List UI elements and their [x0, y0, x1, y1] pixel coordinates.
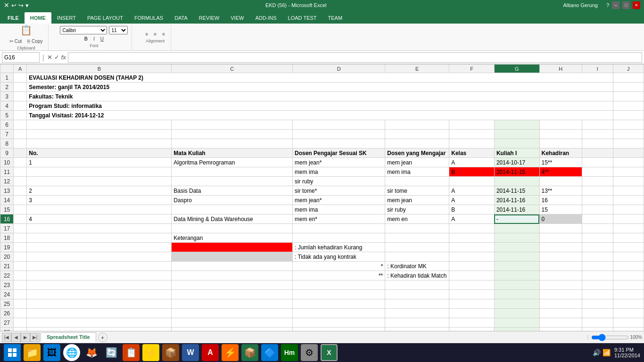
cell-a12[interactable]: [14, 177, 27, 186]
cell-f21[interactable]: [449, 262, 495, 271]
cell-c25[interactable]: [172, 299, 293, 309]
cell-j21[interactable]: [613, 262, 644, 271]
cell-e18[interactable]: [385, 233, 449, 243]
row-num-13[interactable]: 13: [0, 186, 14, 196]
cell-e27[interactable]: [385, 318, 449, 328]
row-num-25[interactable]: 25: [0, 299, 14, 309]
cell-e10[interactable]: mem jean: [385, 158, 449, 167]
cell-d19[interactable]: : Jumlah kehadiran Kurang: [293, 243, 385, 252]
col-header-h[interactable]: H: [539, 65, 582, 73]
cell-h22[interactable]: [539, 271, 582, 280]
cell-a17[interactable]: [14, 224, 27, 233]
cell-d9[interactable]: Dosen Pengajar Sesuai SK: [293, 148, 385, 158]
cell-j18[interactable]: [613, 233, 644, 243]
cell-j6[interactable]: [613, 120, 644, 130]
cell-h18[interactable]: [539, 233, 582, 243]
cell-i6[interactable]: [582, 120, 613, 130]
cell-d7[interactable]: [293, 130, 385, 139]
cell-i18[interactable]: [582, 233, 613, 243]
cell-e24[interactable]: [385, 290, 449, 299]
cell-c12[interactable]: [172, 177, 293, 186]
close-btn[interactable]: ✕: [633, 1, 640, 9]
tab-team[interactable]: TEAM: [322, 12, 348, 24]
cell-d18[interactable]: [293, 233, 385, 243]
taskbar-app-hm[interactable]: Hm: [281, 344, 298, 361]
cell-f8[interactable]: [449, 139, 495, 148]
cell-b27[interactable]: [27, 318, 172, 328]
cell-g25[interactable]: [494, 299, 539, 309]
confirm-formula-icon[interactable]: ✓: [54, 54, 59, 61]
cell-g20[interactable]: [494, 252, 539, 262]
align-right-btn[interactable]: ≡: [160, 31, 167, 38]
col-header-j[interactable]: J: [613, 65, 644, 73]
cell-h21[interactable]: [539, 262, 582, 271]
row-num-8[interactable]: 8: [0, 139, 14, 148]
cell-e23[interactable]: [385, 280, 449, 290]
row-num-11[interactable]: 11: [0, 167, 14, 177]
formula-input[interactable]: 0: [68, 52, 642, 63]
font-size-select[interactable]: 11: [109, 26, 128, 34]
taskbar-app-app4[interactable]: ⚙: [301, 344, 318, 361]
quick-access-btn[interactable]: ▾: [25, 2, 29, 9]
cell-i19[interactable]: [582, 243, 613, 252]
cell-a23[interactable]: [14, 280, 27, 290]
cell-c23[interactable]: [172, 280, 293, 290]
redo-btn[interactable]: ↪: [18, 2, 24, 9]
cell-j3[interactable]: [613, 92, 644, 101]
cell-i16[interactable]: [582, 214, 613, 224]
cell-e12[interactable]: [385, 177, 449, 186]
cell-i23[interactable]: [582, 280, 613, 290]
cell-e21[interactable]: : Kordinator MK: [385, 262, 449, 271]
cell-e28[interactable]: [385, 328, 449, 331]
cell-b9[interactable]: No.: [27, 148, 172, 158]
cell-d11[interactable]: mem ima: [293, 167, 385, 177]
cell-e25[interactable]: [385, 299, 449, 309]
cell-d12[interactable]: sir ruby: [293, 177, 385, 186]
help-btn[interactable]: ?: [606, 2, 609, 8]
sheet-nav-first[interactable]: |◀: [2, 333, 11, 342]
cell-i11[interactable]: [582, 167, 613, 177]
cell-e13[interactable]: sir tome: [385, 186, 449, 196]
cell-i21[interactable]: [582, 262, 613, 271]
col-header-a[interactable]: A: [14, 65, 27, 73]
cell-a2[interactable]: [14, 82, 27, 92]
cell-d22[interactable]: **: [293, 271, 385, 280]
cell-a8[interactable]: [14, 139, 27, 148]
cell-f14[interactable]: A: [449, 196, 495, 205]
cell-b5[interactable]: Tanggal Visitasi: 2014-12-12: [27, 111, 613, 120]
cell-g19[interactable]: [494, 243, 539, 252]
row-num-6[interactable]: 6: [0, 120, 14, 130]
taskbar-app-sync[interactable]: 🔄: [103, 344, 120, 361]
row-num-27[interactable]: 27: [0, 318, 14, 328]
cell-j17[interactable]: [613, 224, 644, 233]
cell-g8[interactable]: [494, 139, 539, 148]
cell-f15[interactable]: B: [449, 205, 495, 214]
cell-b11[interactable]: [27, 167, 172, 177]
cell-a6[interactable]: [14, 120, 27, 130]
cell-h15[interactable]: 15: [539, 205, 582, 214]
cell-g26[interactable]: [494, 309, 539, 318]
row-num-14[interactable]: 14: [0, 196, 14, 205]
cell-b23[interactable]: [27, 280, 172, 290]
cell-b2[interactable]: Semester: ganjil TA 2014/2015: [27, 82, 613, 92]
cell-d6[interactable]: [293, 120, 385, 130]
taskbar-app-word[interactable]: W: [182, 344, 199, 361]
cell-g24[interactable]: [494, 290, 539, 299]
row-num-28[interactable]: 28: [0, 328, 14, 331]
cell-e16[interactable]: mem en: [385, 214, 449, 224]
cell-c21[interactable]: [172, 262, 293, 271]
font-family-select[interactable]: Calibri: [60, 26, 107, 34]
cell-c15[interactable]: [172, 205, 293, 214]
cell-d17[interactable]: [293, 224, 385, 233]
cell-h10[interactable]: 15**: [539, 158, 582, 167]
cell-g17[interactable]: [494, 224, 539, 233]
cell-c28[interactable]: [172, 328, 293, 331]
cell-b18[interactable]: [27, 233, 172, 243]
cell-d14[interactable]: mem jean*: [293, 196, 385, 205]
cell-b7[interactable]: [27, 130, 172, 139]
col-header-e[interactable]: E: [385, 65, 449, 73]
cell-j16[interactable]: [613, 214, 644, 224]
cell-a14[interactable]: [14, 196, 27, 205]
col-header-d[interactable]: D: [293, 65, 385, 73]
cell-h28[interactable]: [539, 328, 582, 331]
